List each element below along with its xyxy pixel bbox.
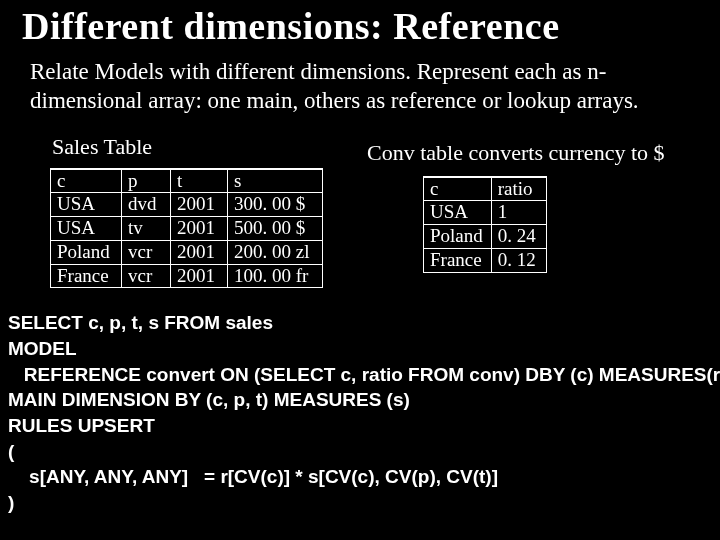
cell: 1 — [491, 201, 546, 225]
cell: vcr — [122, 264, 171, 288]
sql-line: MODEL — [8, 338, 77, 359]
sales-block: Sales Table c p t s USA dvd 2001 300. 00… — [50, 130, 323, 289]
table-row: France vcr 2001 100. 00 fr — [51, 264, 323, 288]
table-row: c ratio — [424, 177, 547, 201]
cell: 0. 24 — [491, 225, 546, 249]
cell: USA — [51, 193, 122, 217]
table-row: USA tv 2001 500. 00 $ — [51, 217, 323, 241]
cell: 2001 — [171, 240, 228, 264]
cell: Poland — [51, 240, 122, 264]
cell: Poland — [424, 225, 492, 249]
cell: 2001 — [171, 193, 228, 217]
sql-line: REFERENCE convert ON (SELECT c, ratio FR… — [8, 364, 720, 385]
col-p: p — [122, 169, 171, 193]
tables-row: Sales Table c p t s USA dvd 2001 300. 00… — [50, 130, 700, 289]
table-row: France 0. 12 — [424, 248, 547, 272]
cell: 200. 00 zl — [228, 240, 323, 264]
col-s: s — [228, 169, 323, 193]
cell: 100. 00 fr — [228, 264, 323, 288]
cell: vcr — [122, 240, 171, 264]
table-row: c p t s — [51, 169, 323, 193]
table-row: USA dvd 2001 300. 00 $ — [51, 193, 323, 217]
subtitle: Relate Models with different dimensions.… — [30, 58, 700, 116]
slide: Different dimensions: Reference Relate M… — [0, 4, 720, 540]
conv-block: Conv table converts currency to $ c rati… — [363, 130, 665, 273]
table-row: Poland vcr 2001 200. 00 zl — [51, 240, 323, 264]
sql-line: ) — [8, 492, 14, 513]
sql-line: s[ANY, ANY, ANY] = r[CV(c)] * s[CV(c), C… — [8, 466, 498, 487]
cell: France — [51, 264, 122, 288]
cell: 300. 00 $ — [228, 193, 323, 217]
cell: tv — [122, 217, 171, 241]
table-row: Poland 0. 24 — [424, 225, 547, 249]
cell: France — [424, 248, 492, 272]
cell: dvd — [122, 193, 171, 217]
sales-caption: Sales Table — [52, 134, 323, 160]
col-c: c — [424, 177, 492, 201]
sql-line: RULES UPSERT — [8, 415, 155, 436]
sql-line: SELECT c, p, t, s FROM sales — [8, 312, 273, 333]
sql-block: SELECT c, p, t, s FROM sales MODEL REFER… — [8, 310, 720, 515]
table-row: USA 1 — [424, 201, 547, 225]
cell: USA — [424, 201, 492, 225]
page-title: Different dimensions: Reference — [22, 4, 720, 48]
cell: 2001 — [171, 264, 228, 288]
cell: 2001 — [171, 217, 228, 241]
sql-line: ( — [8, 441, 14, 462]
conv-table: c ratio USA 1 Poland 0. 24 France 0. 12 — [423, 176, 547, 273]
sql-line: MAIN DIMENSION BY (c, p, t) MEASURES (s) — [8, 389, 410, 410]
cell: 0. 12 — [491, 248, 546, 272]
conv-caption: Conv table converts currency to $ — [367, 140, 665, 166]
sales-table: c p t s USA dvd 2001 300. 00 $ USA tv 20… — [50, 168, 323, 289]
cell: 500. 00 $ — [228, 217, 323, 241]
col-c: c — [51, 169, 122, 193]
col-ratio: ratio — [491, 177, 546, 201]
col-t: t — [171, 169, 228, 193]
cell: USA — [51, 217, 122, 241]
